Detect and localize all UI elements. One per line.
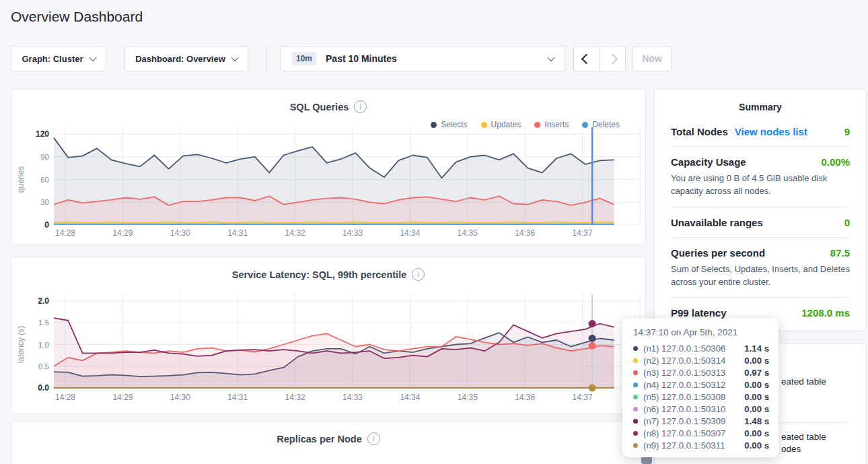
node-address: (n9) 127.0.0.1:50311 (643, 440, 739, 451)
svg-text:14:31: 14:31 (227, 228, 248, 238)
dashboard-selector[interactable]: Dashboard: Overview (124, 46, 248, 71)
svg-text:1.5: 1.5 (38, 319, 49, 327)
tooltip-node-row: (n1) 127.0.0.1:503061.14 s (633, 342, 769, 354)
chevron-left-icon (581, 53, 592, 64)
node-address: (n7) 127.0.0.1:50309 (643, 416, 739, 426)
tooltip-node-row: (n5) 127.0.0.1:503080.00 s (633, 391, 769, 403)
node-address: (n3) 127.0.0.1:50313 (643, 368, 739, 378)
svg-text:0.0: 0.0 (38, 383, 49, 393)
service-latency-chart[interactable]: 0.00.51.01.52.014:2814:2914:3014:3114:32… (11, 257, 647, 415)
node-latency-value: 0.00 s (744, 392, 769, 402)
replicas-per-node-chart-card: Replicas per Node i (11, 421, 646, 464)
node-latency-value: 0.00 s (744, 404, 769, 414)
node-address: (n5) 127.0.0.1:50308 (643, 392, 739, 402)
svg-text:0.5: 0.5 (38, 362, 49, 370)
summary-value: 1208.0 ms (801, 307, 850, 319)
svg-text:14:35: 14:35 (458, 393, 478, 402)
svg-text:14:33: 14:33 (342, 228, 363, 238)
graph-selector[interactable]: Graph: Cluster (11, 46, 106, 71)
summary-row: Total NodesView nodes list9 (671, 117, 850, 146)
tooltip-node-row: (n6) 127.0.0.1:503100.00 s (633, 403, 769, 415)
tooltip-node-row: (n8) 127.0.0.1:503070.00 s (633, 427, 769, 439)
svg-text:latency (s): latency (s) (16, 326, 26, 363)
time-next-button-disabled[interactable] (600, 46, 626, 71)
node-color-dot-icon (633, 395, 638, 399)
svg-text:0: 0 (44, 220, 49, 230)
svg-text:14:28: 14:28 (55, 228, 75, 238)
node-address: (n8) 127.0.0.1:50307 (643, 428, 739, 438)
node-latency-value: 0.00 s (744, 356, 769, 366)
svg-text:14:36: 14:36 (515, 393, 535, 402)
tooltip-node-row: (n2) 127.0.0.1:503140.00 s (633, 354, 769, 366)
page-title: Overview Dashboard (11, 9, 143, 25)
svg-text:14:30: 14:30 (170, 228, 190, 238)
chevron-right-icon (607, 53, 618, 64)
summary-value: 9 (844, 126, 850, 137)
view-nodes-list-link[interactable]: View nodes list (735, 126, 807, 137)
summary-value: 0 (844, 217, 850, 228)
svg-text:14:35: 14:35 (458, 228, 478, 238)
summary-label: Total Nodes (671, 126, 728, 137)
node-color-dot-icon (633, 358, 638, 363)
svg-text:14:31: 14:31 (227, 393, 248, 402)
svg-text:30: 30 (40, 198, 49, 206)
node-color-dot-icon (633, 443, 638, 448)
toolbar-divider (266, 46, 266, 71)
svg-text:120: 120 (36, 129, 49, 139)
node-color-dot-icon (633, 383, 638, 387)
time-shift-group (573, 46, 626, 71)
tooltip-node-row: (n7) 127.0.0.1:503091.48 s (633, 415, 769, 427)
summary-value: 0.00% (821, 156, 850, 168)
tooltip-node-row: (n4) 127.0.0.1:503120.00 s (633, 378, 769, 391)
svg-text:14:37: 14:37 (573, 228, 593, 238)
node-latency-value: 0.00 s (744, 428, 769, 438)
node-address: (n2) 127.0.0.1:50314 (643, 356, 739, 366)
svg-text:2.0: 2.0 (38, 296, 49, 306)
summary-label: Unavailable ranges (671, 217, 763, 228)
time-range-label: Past 10 Minutes (326, 53, 397, 64)
svg-text:14:37: 14:37 (573, 393, 593, 402)
time-prev-button[interactable] (574, 46, 600, 71)
svg-text:14:28: 14:28 (55, 393, 75, 402)
svg-text:14:34: 14:34 (400, 228, 420, 238)
sql-queries-chart-card: SQL Queries i SelectsUpdatesInsertsDelet… (11, 89, 646, 245)
tooltip-node-row: (n3) 127.0.0.1:503130.97 s (633, 366, 769, 378)
svg-text:14:32: 14:32 (285, 393, 305, 402)
chevron-down-icon (89, 54, 96, 61)
summary-value: 87.5 (830, 247, 850, 259)
graph-selector-label: Graph: Cluster (22, 54, 83, 64)
service-latency-chart-card: Service Latency: SQL, 99th percentile i … (11, 257, 646, 414)
node-color-dot-icon (633, 407, 638, 411)
summary-label: P99 latency (671, 307, 727, 319)
svg-text:90: 90 (40, 153, 49, 161)
svg-text:14:36: 14:36 (515, 228, 535, 238)
node-address: (n4) 127.0.0.1:50312 (643, 380, 739, 390)
summary-description: Sum of Selects, Updates, Inserts, and De… (671, 263, 850, 289)
info-icon[interactable]: i (367, 432, 380, 445)
now-button-disabled[interactable]: Now (632, 46, 672, 71)
event-text-fragment: eated table (781, 376, 826, 387)
chevron-down-icon (231, 54, 238, 61)
time-window-selector[interactable]: 10m Past 10 Minutes (281, 46, 565, 71)
tooltip-timestamp: 14:37:10 on Apr 5th, 2021 (633, 327, 769, 337)
summary-description: You are using 0 B of 4.5 GiB usable disk… (671, 172, 850, 198)
svg-text:14:29: 14:29 (112, 228, 133, 238)
summary-row: Queries per second87.5Sum of Selects, Up… (671, 237, 850, 298)
summary-row: Unavailable ranges0 (671, 207, 850, 237)
event-text-fragment: eated table (781, 432, 826, 442)
svg-text:14:29: 14:29 (112, 393, 133, 402)
event-divider (769, 422, 850, 423)
svg-text:60: 60 (40, 176, 49, 184)
svg-text:14:33: 14:33 (342, 393, 363, 402)
svg-text:14:30: 14:30 (170, 393, 190, 402)
node-color-dot-icon (633, 346, 638, 351)
node-address: (n6) 127.0.0.1:50310 (643, 404, 739, 414)
svg-text:14:32: 14:32 (285, 228, 305, 238)
chart-hover-tooltip: 14:37:10 on Apr 5th, 2021 (n1) 127.0.0.1… (622, 319, 779, 457)
sql-queries-chart[interactable]: 030609012014:2814:2914:3014:3114:3214:33… (11, 90, 647, 246)
node-latency-value: 1.48 s (744, 416, 769, 426)
node-latency-value: 0.00 s (744, 380, 769, 390)
chevron-down-icon (547, 54, 554, 61)
svg-text:14:34: 14:34 (400, 393, 420, 402)
tooltip-node-row: (n9) 127.0.0.1:503110.00 s (633, 439, 769, 451)
